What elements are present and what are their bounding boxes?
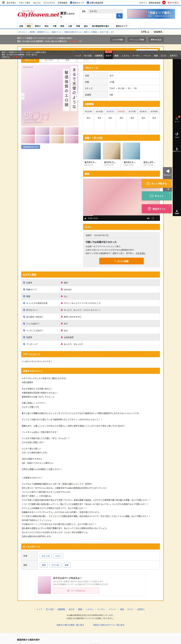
shop-nav-tab[interactable]: 女性求人 <box>168 50 179 59</box>
photo-thumbnail[interactable] <box>50 127 64 135</box>
breadcrumb-link[interactable]: 東京都 <box>30 31 34 33</box>
shop-nav-tab[interactable]: イベント <box>142 50 152 59</box>
back-to-area-list-link[interactable]: 池袋北口・西口の風俗一覧に戻る <box>56 623 84 626</box>
mitayo-button[interactable]: ☺ ページをみたよ <box>53 588 99 594</box>
diary-post[interactable]: ありがとう... 5/19 01:05 <box>103 142 121 168</box>
diary-post[interactable]: ありがとう... 4/28 23:50 <box>122 142 140 168</box>
photo-thumbnail[interactable] <box>21 136 35 143</box>
shop-nav-tab[interactable]: クーポン <box>131 50 142 59</box>
photo-thumbnail[interactable] <box>21 127 35 135</box>
photo-thumbnail[interactable] <box>50 136 64 143</box>
photo-thumbnail[interactable] <box>65 127 78 135</box>
breadcrumb-link[interactable]: おり <box>111 31 114 33</box>
pref-tab[interactable]: 全国 <box>17 23 25 28</box>
close-icon[interactable]: × <box>169 179 171 182</box>
sales-tag[interactable]: エロい <box>53 553 63 558</box>
shop-nav-link[interactable]: イベント <box>107 608 118 610</box>
photo-thumbnail[interactable] <box>36 127 49 135</box>
area-link[interactable]: ▶ 近隣の都道府県 <box>87 1 103 4</box>
main-photo[interactable]: Diamond まるで天使のような 敏感体質のエロ娘 Ori おり age21/… <box>21 64 78 126</box>
prev-girl-button[interactable]: ◀ 前の女の子 <box>163 167 172 180</box>
breadcrumb-link[interactable]: 池袋北口・西口ホテヘル <box>64 31 81 33</box>
top-link[interactable]: スタッフ求人 <box>19 1 30 4</box>
play-button-icon[interactable]: ▶ <box>85 217 86 220</box>
shop-nav-link[interactable]: システム <box>84 608 95 610</box>
breadcrumb-link[interactable]: 池袋ホテヘル <box>52 31 61 33</box>
photo-thumbnail[interactable] <box>36 136 49 143</box>
read-more-link[interactable]: 全文を読む <box>136 252 145 254</box>
video-menu-icon[interactable]: ⋮ <box>156 217 158 220</box>
shop-nav-link[interactable]: 地図 <box>118 608 126 610</box>
shop-nav-link[interactable]: 動画 <box>76 608 84 610</box>
shop-nav-tab[interactable]: 写メ日記 <box>82 50 93 59</box>
sales-tag[interactable]: 黒髪 <box>63 562 71 567</box>
sales-tag[interactable]: 美脚 <box>40 562 48 567</box>
close-icon[interactable]: × <box>169 192 171 194</box>
scroll-top-button[interactable]: ▲ TOP <box>173 209 181 215</box>
pref-tab[interactable]: 山梨 <box>66 23 74 28</box>
top-link[interactable]: 口コミホテル <box>43 1 55 4</box>
keep-button[interactable]: ☆0 キープ <box>173 116 181 123</box>
myheaven-link[interactable]: マイヘブン <box>168 1 179 4</box>
photo-thumbnail[interactable] <box>65 136 78 143</box>
diary-post[interactable]: お久しぶり... 4/27 23:44 <box>142 142 160 168</box>
pref-tab[interactable]: 栃木 <box>82 23 90 28</box>
sales-tag[interactable]: モデル系 <box>49 562 61 567</box>
shop-nav-link[interactable]: 写メ日記 <box>44 608 55 610</box>
shop-nav-tab[interactable]: トップ <box>73 50 82 59</box>
back-to-hotehel-list-link[interactable]: 池袋北口・西口のホテヘル一覧に戻る <box>93 623 125 626</box>
shop-nav-link[interactable]: 女性求人 <box>135 608 147 610</box>
apps-grid-icon[interactable] <box>2 2 4 4</box>
top-link[interactable]: 女性用風俗 <box>58 1 67 4</box>
photo-prev-arrow[interactable]: ‹ <box>21 93 24 100</box>
shop-action-button[interactable]: 携帯URL転送 <box>148 37 164 42</box>
site-logo[interactable]: シティヘブン.ネット CityHeaven.net <box>17 10 59 17</box>
pref-tab[interactable]: 千葉 <box>50 23 58 28</box>
visit-point-button[interactable]: P 来店ポイント × <box>142 204 172 213</box>
tokyo-area-tab[interactable]: 東京のエリア <box>114 23 130 28</box>
pref-tab[interactable]: 神奈川 <box>33 23 43 28</box>
sales-tag[interactable]: 甘えん坊 <box>40 553 52 558</box>
search-button[interactable] <box>116 13 123 18</box>
search-tab-girl[interactable]: 女の子名 <box>88 9 99 13</box>
shop-action-button[interactable]: マイショップ登録 <box>127 37 147 42</box>
shop-action-button[interactable]: メルマガ登録 <box>110 37 125 42</box>
fullscreen-icon[interactable] <box>152 217 154 219</box>
shop-nav-link[interactable]: クーポン <box>95 608 107 610</box>
breadcrumb-link[interactable]: 女の子一覧 <box>100 31 108 33</box>
pref-tab[interactable]: 茨城 <box>74 23 82 28</box>
search-tab-shop[interactable]: 店名 <box>80 9 88 13</box>
shop-nav-link[interactable]: 女の子 <box>67 608 76 610</box>
photo-zoom-button[interactable]: 選択画像を拡大する <box>21 145 40 149</box>
breadcrumb-link[interactable]: 東京リップ池袋店 <box>84 31 97 33</box>
mute-icon[interactable] <box>147 217 150 219</box>
shop-nav-tab[interactable]: 動画 <box>113 50 120 59</box>
search-input[interactable] <box>80 13 116 18</box>
shop-nav-link[interactable]: 口コミ <box>126 608 135 610</box>
photo-next-arrow[interactable]: › <box>75 93 78 100</box>
pref-tab[interactable]: 他の都道府県を選ぶ <box>90 23 111 28</box>
top-link[interactable]: 女の子求人 <box>6 1 16 4</box>
top-link[interactable]: みんクエ <box>33 1 41 4</box>
pref-tab[interactable]: 埼玉 <box>43 23 51 28</box>
breadcrumb-link[interactable]: 東京都ホテヘル <box>37 31 49 33</box>
register-link[interactable]: 新規会員登録 <box>149 1 160 4</box>
net-reserve-button[interactable]: ネット予約する × <box>142 179 172 188</box>
history-button[interactable]: ↺ りれき <box>173 132 181 138</box>
area-link[interactable]: ▶ 東京のエリア <box>70 1 84 4</box>
shop-nav-tab[interactable]: 新人入店 女の子 <box>104 50 113 59</box>
close-icon[interactable]: × <box>169 204 171 207</box>
shop-nav-tab[interactable]: 口コミ <box>159 50 168 59</box>
shop-nav-tab[interactable]: 出勤情報 <box>93 50 104 59</box>
shop-nav-tab[interactable]: 地図 <box>152 50 159 59</box>
review-post-button[interactable]: ✎ 口コミ投稿 <box>99 258 144 264</box>
login-link[interactable]: ログイン <box>139 1 147 4</box>
pref-tab[interactable]: 東京 <box>25 23 33 28</box>
chat-button[interactable]: チャット × <box>142 191 172 200</box>
ad-banner[interactable]: 「池袋エリア最安」 池袋ソープ最安※2023/2/15(水)現在 <box>127 9 175 19</box>
shop-nav-tab[interactable]: システム <box>120 50 131 59</box>
shop-nav-link[interactable]: 出勤情報 <box>55 608 67 610</box>
shop-nav-link[interactable]: トップ <box>34 608 44 610</box>
breadcrumb-link[interactable]: ヘブンネット <box>17 31 27 33</box>
diary-post[interactable]: ありがとう... 6/9 03:14 <box>83 142 101 168</box>
